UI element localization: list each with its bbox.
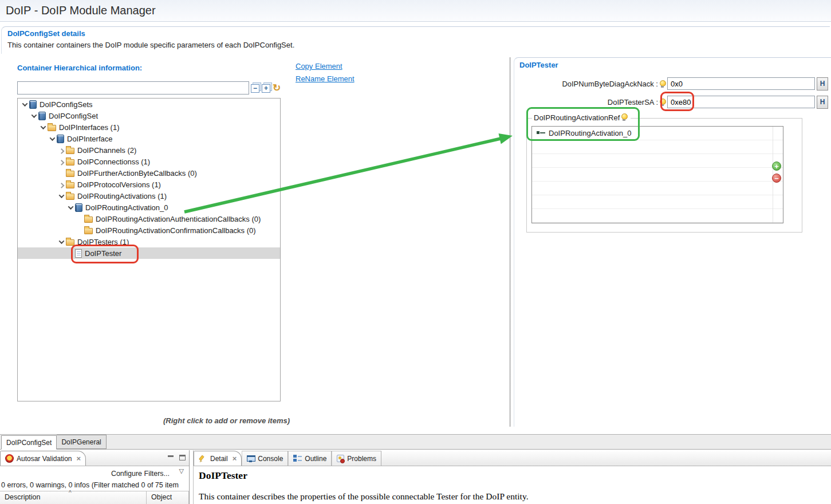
- ref-list-row[interactable]: [532, 195, 783, 209]
- detail-body-text: This container describes the properties …: [199, 491, 831, 502]
- section-title: DoIPConfigSet details: [7, 29, 85, 38]
- rename-element-link[interactable]: ReName Element: [296, 74, 355, 83]
- collapse-all-icon[interactable]: −: [251, 84, 259, 93]
- tree-item-label: DoIPConfigSets: [40, 100, 93, 109]
- expander-chevron-icon[interactable]: [57, 237, 66, 246]
- tree-item-label: DoIPConfigSet: [49, 112, 98, 120]
- validation-icon: [5, 454, 14, 463]
- folder-icon: [66, 194, 74, 200]
- validation-status-text: 0 errors, 0 warnings, 0 infos (Filter ma…: [1, 481, 189, 489]
- hex-toggle-button[interactable]: H: [817, 77, 828, 90]
- tab-doipconfigset[interactable]: DoIPConfigSet: [1, 435, 57, 450]
- console-icon: [247, 455, 255, 462]
- expand-all-icon[interactable]: +: [262, 84, 270, 93]
- close-icon[interactable]: ×: [233, 454, 237, 463]
- expander-chevron-icon[interactable]: [57, 180, 66, 189]
- folder-icon: [48, 125, 56, 131]
- expander-chevron-icon[interactable]: [57, 191, 66, 200]
- num-byte-diag-acknack-field[interactable]: [667, 77, 815, 90]
- folder-icon: [84, 228, 93, 234]
- tab-doipgeneral[interactable]: DoIPGeneral: [57, 435, 106, 449]
- module-icon: [38, 112, 46, 120]
- tree-item-label: DoIPTesters (1): [77, 238, 129, 246]
- module-icon: [57, 135, 64, 143]
- add-reference-button[interactable]: +: [772, 162, 781, 171]
- tree-item-label: DoIPProtocolVersions (1): [77, 180, 161, 189]
- page-title: DoIP - DoIP Module Manager: [6, 4, 156, 17]
- expander-chevron-icon[interactable]: [20, 100, 29, 109]
- tree-item-label: DoIPRoutingActivationAuthenticationCallb…: [96, 215, 261, 223]
- expander-chevron-icon[interactable]: [57, 157, 66, 166]
- tab-autosar-validation[interactable]: Autosar Validation ×: [0, 451, 86, 466]
- tree-caption: Container Hierarchical information:: [17, 64, 142, 72]
- column-header-description[interactable]: Description ^: [0, 491, 147, 504]
- minimize-icon[interactable]: [168, 455, 174, 460]
- tree-item-doipconnectionss-1[interactable]: DoIPConnectionss (1): [18, 156, 280, 167]
- field-label: DoIPNumByteDiagAckNack :: [517, 80, 658, 88]
- expander-chevron-icon[interactable]: [29, 111, 38, 120]
- field-label: DoIPTesterSA :: [517, 98, 658, 107]
- vertical-splitter[interactable]: [509, 57, 511, 427]
- folder-icon: [66, 171, 74, 177]
- ref-list-row[interactable]: [532, 154, 783, 168]
- module-icon: [75, 203, 82, 212]
- tree-item-doipinterface[interactable]: DoIPInterface: [18, 133, 280, 144]
- remove-reference-button[interactable]: −: [772, 174, 781, 183]
- folder-icon: [66, 239, 74, 246]
- expander-chevron-icon[interactable]: [48, 134, 57, 143]
- copy-element-link[interactable]: Copy Element: [296, 62, 342, 70]
- tree-item-doipinterfaces-1[interactable]: DoIPInterfaces (1): [18, 121, 280, 133]
- detail-view: Detail × Console Outline Problems DoIPTe…: [193, 450, 831, 504]
- tree-item-doiproutingactivations-1[interactable]: DoIPRoutingActivations (1): [18, 190, 280, 202]
- expander-chevron-icon[interactable]: [66, 203, 75, 212]
- panel-title: DoIPTester: [519, 61, 558, 69]
- ref-list-row[interactable]: [532, 168, 783, 182]
- tree-item-doiproutingactivationauthenticationcallbacks-0[interactable]: DoIPRoutingActivationAuthenticationCallb…: [18, 213, 280, 225]
- tab-detail[interactable]: Detail ×: [194, 451, 242, 466]
- tree-search-input[interactable]: [17, 81, 249, 94]
- configure-filters-link[interactable]: Configure Filters...: [111, 470, 170, 478]
- folder-icon: [66, 182, 74, 188]
- sort-asc-icon: ^: [69, 490, 72, 496]
- routing-activation-ref-list[interactable]: DoIPRoutingActivation_0: [531, 126, 783, 223]
- lightbulb-icon: [660, 80, 665, 88]
- tree-item-doiproutingactivationconfirmationcallbacks-0[interactable]: DoIPRoutingActivationConfirmationCallbac…: [18, 225, 280, 236]
- tree-item-doipchannels-2[interactable]: DoIPChannels (2): [18, 144, 280, 156]
- expander-slot: [57, 168, 66, 178]
- tree-item-doipconfigsets[interactable]: DoIPConfigSets: [18, 99, 280, 110]
- expander-chevron-icon[interactable]: [38, 123, 48, 132]
- tree-item-label: DoIPInterfaces (1): [59, 123, 120, 132]
- ref-item-label: DoIPRoutingActivation_0: [549, 129, 632, 137]
- bottom-views: Autosar Validation × Configure Filters..…: [0, 450, 831, 504]
- tree-item-doipprotocolversions-1[interactable]: DoIPProtocolVersions (1): [18, 179, 280, 190]
- close-icon[interactable]: ×: [77, 454, 81, 463]
- tester-sa-field[interactable]: [667, 96, 815, 108]
- tree-item-label: DoIPConnectionss (1): [77, 158, 150, 166]
- expander-slot: [75, 214, 84, 223]
- tree-item-doiproutingactivation-0[interactable]: DoIPRoutingActivation_0: [18, 202, 280, 213]
- ref-list-row[interactable]: [532, 182, 783, 195]
- column-header-object[interactable]: Object: [147, 491, 189, 504]
- ref-list-row[interactable]: [532, 140, 783, 154]
- tree-item-doiptesters-1[interactable]: DoIPTesters (1): [18, 236, 280, 247]
- tab-console[interactable]: Console: [242, 451, 288, 466]
- lightbulb-icon: [621, 113, 627, 121]
- window-title-bar: DoIP - DoIP Module Manager: [0, 0, 831, 22]
- tree-item-doiptester[interactable]: DoIPTester: [18, 247, 280, 259]
- ref-list-row[interactable]: DoIPRoutingActivation_0: [532, 127, 783, 140]
- tree-item-doipconfigset[interactable]: DoIPConfigSet: [18, 110, 280, 121]
- refresh-icon[interactable]: ↻: [273, 84, 281, 93]
- expander-chevron-icon[interactable]: [57, 145, 66, 155]
- maximize-icon[interactable]: [179, 455, 186, 460]
- tab-outline[interactable]: Outline: [288, 451, 332, 466]
- view-menu-icon[interactable]: ▽: [179, 467, 184, 475]
- editor-tab-bar: DoIPConfigSet DoIPGeneral: [0, 434, 831, 450]
- lightbulb-icon: [660, 99, 665, 106]
- tree-item-doipfurtheractionbytecallbacks-0[interactable]: DoIPFurtherActionByteCallbacks (0): [18, 167, 280, 179]
- tab-problems[interactable]: Problems: [332, 451, 381, 466]
- ref-list-row[interactable]: [532, 209, 783, 223]
- outline-icon: [293, 455, 302, 462]
- hex-toggle-button[interactable]: H: [817, 96, 828, 109]
- reference-icon: [537, 131, 546, 136]
- configset-details-section: DoIPConfigSet details This container con…: [1, 26, 830, 54]
